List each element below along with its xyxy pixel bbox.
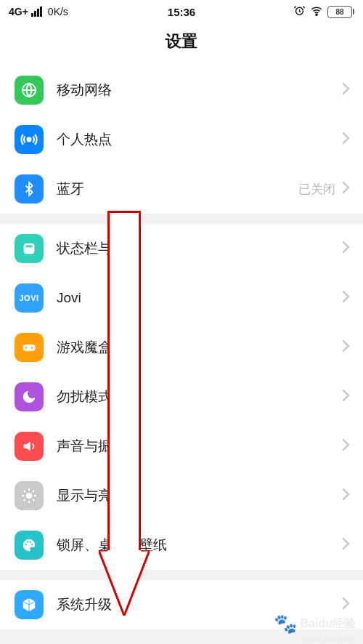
row-label: 蓝牙 [57,180,298,198]
svg-rect-4 [24,243,35,254]
svg-point-9 [26,493,32,499]
svg-point-13 [31,544,33,545]
battery-percent: 88 [335,8,343,16]
watermark: 🐾 Baidu经验 [274,613,356,635]
row-label: 系统升级 [57,595,341,614]
paw-icon: 🐾 [274,613,297,635]
row-label: 状态栏与通知 [57,239,341,258]
chevron-right-icon [341,132,350,148]
svg-point-3 [28,138,31,142]
row-display[interactable]: 显示与亮度 [0,471,363,520]
notification-icon [15,234,44,263]
chevron-right-icon [341,82,350,98]
page-title: 设置 [0,20,363,65]
chevron-right-icon [341,438,350,454]
group-gap [0,570,363,580]
status-bar: 4G+ 0K/s 15:36 88 [0,0,363,20]
row-mobile-network[interactable]: 移动网络 [0,65,363,115]
battery-icon: 88 [327,6,354,18]
watermark-url: jingyan.baidu.com [301,635,354,643]
row-value: 已关闭 [298,181,335,198]
svg-point-7 [25,347,27,348]
svg-rect-6 [23,345,36,351]
chevron-right-icon [341,241,350,257]
svg-point-12 [30,542,31,543]
gamepad-icon [15,333,44,362]
row-jovi[interactable]: JOVI Jovi [0,273,363,323]
speaker-icon [15,432,44,461]
bluetooth-icon [15,174,44,204]
brightness-icon [15,481,44,510]
svg-rect-5 [25,245,32,247]
svg-point-10 [25,544,27,545]
chevron-right-icon [341,597,350,613]
chevron-right-icon [341,181,350,197]
clock: 15:36 [0,6,363,18]
moon-icon [15,382,44,411]
chevron-right-icon [341,389,350,405]
row-label: 个人热点 [57,130,341,149]
cube-icon [15,590,44,619]
row-lockscreen-wallpaper[interactable]: 锁屏、桌面与壁纸 [0,520,363,570]
row-label: 勿扰模式 [57,387,341,406]
row-hotspot[interactable]: 个人热点 [0,115,363,164]
row-game-box[interactable]: 游戏魔盒 [0,323,363,372]
settings-screen: 4G+ 0K/s 15:36 88 设置 移动网络 [0,0,363,644]
row-bluetooth[interactable]: 蓝牙 已关闭 [0,164,363,214]
row-sound[interactable]: 声音与振动 [0,422,363,471]
globe-icon [15,76,44,105]
settings-group-network: 移动网络 个人热点 蓝牙 已关闭 [0,65,363,214]
group-gap [0,214,363,224]
chevron-right-icon [341,537,350,553]
row-statusbar-notify[interactable]: 状态栏与通知 [0,224,363,273]
row-label: 移动网络 [57,81,341,100]
row-label: 声音与振动 [57,437,341,456]
chevron-right-icon [341,488,350,504]
watermark-text: Baidu经验 [301,617,356,629]
chevron-right-icon [341,339,350,355]
hotspot-icon [15,125,44,154]
row-label: 显示与亮度 [57,486,341,505]
row-label: Jovi [57,290,341,306]
jovi-icon: JOVI [15,283,44,313]
chevron-right-icon [341,290,350,306]
row-label: 游戏魔盒 [57,338,341,357]
settings-group-display: 状态栏与通知 JOVI Jovi 游戏魔盒 勿扰模式 声音与振动 [0,224,363,570]
row-label: 锁屏、桌面与壁纸 [57,536,341,555]
svg-point-8 [31,347,33,348]
svg-point-11 [27,542,28,543]
row-dnd[interactable]: 勿扰模式 [0,372,363,422]
palette-icon [15,531,44,560]
